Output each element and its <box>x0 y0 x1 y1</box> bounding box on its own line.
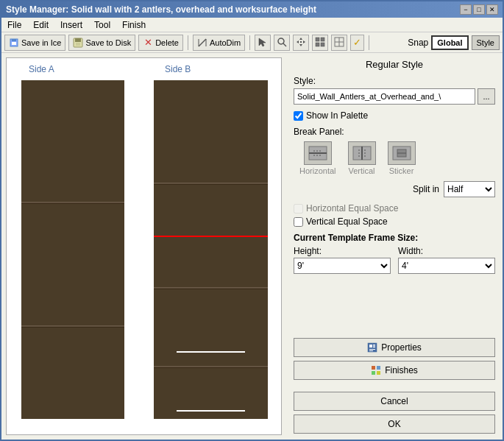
svg-point-10 <box>278 38 284 44</box>
tile-tool-button[interactable] <box>331 35 347 51</box>
red-line-indicator <box>154 236 268 237</box>
menu-insert[interactable]: Insert <box>57 20 85 30</box>
horizontal-break-item: Horizontal <box>299 141 336 175</box>
vertical-break-button[interactable] <box>348 141 376 165</box>
snap-label: Snap <box>408 38 428 48</box>
style-input[interactable] <box>294 88 475 105</box>
vertical-equal-checkbox[interactable] <box>294 217 303 227</box>
horizontal-equal-label: Horizontal Equal Space <box>306 203 398 214</box>
show-in-palette-label: Show In Palette <box>306 110 368 121</box>
svg-marker-9 <box>259 38 266 46</box>
preview-inner: Side A Side B <box>7 58 281 434</box>
check-tool-button[interactable]: ✓ <box>350 35 364 51</box>
wall-segment-b3 <box>154 289 268 366</box>
svg-rect-5 <box>76 43 80 46</box>
show-in-palette-checkbox[interactable] <box>294 111 303 121</box>
zoom-icon <box>277 37 287 49</box>
grid-tool-button[interactable] <box>312 35 328 51</box>
menu-bar: File Edit Insert Tool Finish <box>1 18 503 32</box>
zoom-tool-button[interactable] <box>274 35 290 51</box>
section-title: Regular Style <box>294 59 495 70</box>
minimize-button[interactable]: − <box>460 4 472 15</box>
global-button[interactable]: Global <box>431 35 468 50</box>
menu-tool[interactable]: Tool <box>91 20 113 30</box>
equal-space-section: Horizontal Equal Space Vertical Equal Sp… <box>294 203 495 227</box>
delete-icon: ✕ <box>143 38 153 48</box>
side-b-label: Side B <box>165 64 191 74</box>
svg-rect-36 <box>369 345 372 347</box>
frame-size-section: Current Template Frame Size: Height: 9' … <box>294 233 495 274</box>
show-in-palette-row: Show In Palette <box>294 110 495 121</box>
break-panel-section: Break Panel: Horizontal <box>294 127 495 175</box>
svg-marker-13 <box>299 44 302 46</box>
tile-icon <box>334 37 344 49</box>
close-button[interactable]: ✕ <box>486 4 498 15</box>
width-col: Width: 4' 3' 2' 6' <box>398 246 495 274</box>
horizontal-break-button[interactable] <box>304 141 332 165</box>
maximize-button[interactable]: □ <box>473 4 485 15</box>
white-line-2 <box>177 410 245 412</box>
auto-dim-label: AutoDim <box>210 38 241 47</box>
svg-rect-41 <box>372 366 375 370</box>
toolbar-separator-2 <box>249 35 250 50</box>
vertical-label: Vertical <box>348 166 375 175</box>
svg-rect-20 <box>321 43 324 46</box>
ok-label: OK <box>388 419 400 429</box>
save-in-ice-button[interactable]: Save in Ice <box>4 35 65 51</box>
break-icons-row: Horizontal Vertical <box>294 141 495 175</box>
width-select[interactable]: 4' 3' 2' 6' <box>398 258 495 274</box>
menu-edit[interactable]: Edit <box>30 20 52 30</box>
delete-button[interactable]: ✕ Delete <box>138 35 183 51</box>
svg-rect-17 <box>316 38 319 41</box>
vertical-equal-label: Vertical Equal Space <box>306 216 388 227</box>
cancel-button[interactable]: Cancel <box>294 392 495 411</box>
auto-dim-button[interactable]: AutoDim <box>193 35 245 51</box>
save-to-disk-label: Save to Disk <box>85 38 131 47</box>
title-bar-buttons: − □ ✕ <box>460 4 498 15</box>
height-label: Height: <box>294 246 391 256</box>
width-label: Width: <box>398 246 495 256</box>
menu-finish[interactable]: Finish <box>119 20 149 30</box>
menu-file[interactable]: File <box>4 20 24 30</box>
vertical-equal-row: Vertical Equal Space <box>294 216 495 227</box>
window-title: Style Manager: Solid wall with 2 antlers… <box>6 4 316 15</box>
svg-marker-15 <box>303 40 305 43</box>
cancel-label: Cancel <box>380 396 408 406</box>
style-button[interactable]: Style <box>472 35 500 50</box>
sticker-break-button[interactable] <box>388 141 416 165</box>
preview-panel: Side A Side B <box>6 57 282 435</box>
sticker-break-item: Sticker <box>388 141 416 175</box>
svg-rect-4 <box>75 38 81 42</box>
properties-label: Properties <box>381 342 422 353</box>
snap-global-area: Snap Global Style <box>408 35 500 50</box>
save-to-disk-button[interactable]: Save to Disk <box>68 35 135 51</box>
split-select[interactable]: Half Third Quarter <box>444 181 495 197</box>
properties-button[interactable]: Properties <box>294 338 495 357</box>
grid-icon <box>315 37 325 49</box>
svg-rect-16 <box>300 41 302 43</box>
sticker-label: Sticker <box>389 166 414 175</box>
pointer-icon <box>258 37 268 49</box>
wall-segment-a2 <box>21 204 124 325</box>
svg-rect-2 <box>12 39 16 41</box>
horizontal-equal-checkbox <box>294 204 303 214</box>
move-tool-button[interactable] <box>293 35 309 51</box>
content-area: Side A Side B <box>1 53 503 440</box>
svg-rect-40 <box>369 350 373 351</box>
height-col: Height: 9' 8' 7' 6' <box>294 246 391 274</box>
pointer-tool-button[interactable] <box>255 35 271 51</box>
finishes-button[interactable]: Finishes <box>294 361 495 380</box>
hw-row: Height: 9' 8' 7' 6' Width: 4' 3' <box>294 246 495 274</box>
svg-rect-18 <box>321 38 324 41</box>
ok-button[interactable]: OK <box>294 414 495 434</box>
height-select[interactable]: 9' 8' 7' 6' <box>294 258 391 274</box>
style-ellipsis-button[interactable]: ... <box>478 88 495 105</box>
svg-rect-19 <box>316 43 319 46</box>
svg-marker-14 <box>297 40 299 43</box>
svg-line-11 <box>283 43 286 46</box>
save-in-ice-label: Save in Ice <box>21 38 61 47</box>
vertical-break-item: Vertical <box>348 141 376 175</box>
side-a-label: Side A <box>29 64 54 74</box>
horizontal-equal-row: Horizontal Equal Space <box>294 203 495 214</box>
split-in-label: Split in <box>413 184 439 194</box>
